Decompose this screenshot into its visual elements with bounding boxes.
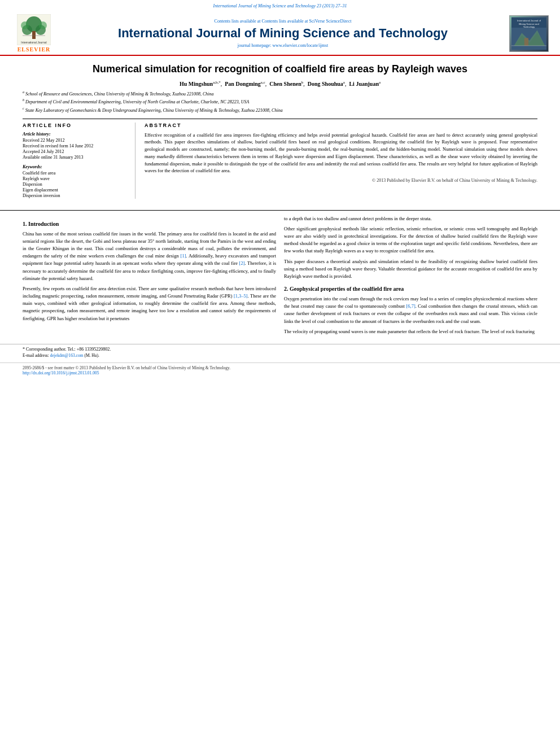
affiliation-a: a School of Resource and Geosciences, Ch… xyxy=(23,90,537,98)
elsevier-brand-text: ELSEVIER xyxy=(18,46,51,53)
sciverse-link[interactable]: Contents lists available at SciVerse Sci… xyxy=(262,19,352,24)
info-abstract-section: ARTICLE INFO Article history: Received 2… xyxy=(23,119,537,199)
keyword-4: Eigen displacement xyxy=(23,187,128,193)
journal-header: International Journal of Mining Science … xyxy=(0,0,560,56)
abstract-heading: ABSTRACT xyxy=(145,123,537,128)
page: International Journal of Mining Science … xyxy=(0,0,560,747)
svg-text:Mining Science and: Mining Science and xyxy=(519,22,539,25)
authors-line: Hu Mingshuna,b,*, Pan Dongminga,c, Chen … xyxy=(23,80,537,87)
left-column: 1. Introduction China has some of the mo… xyxy=(23,215,276,338)
ref-3: [1,3–5] xyxy=(234,293,248,299)
svg-rect-16 xyxy=(524,38,528,46)
keyword-1: Coalfield fire area xyxy=(23,171,128,176)
corresponding-author: * Corresponding author. Tel.: +86 133952… xyxy=(23,347,537,352)
svg-rect-4 xyxy=(32,31,36,39)
body-para-1: China has some of the most serious coalf… xyxy=(23,230,276,282)
body-content: 1. Introduction China has some of the mo… xyxy=(0,210,560,344)
body-para-sec2-1: Oxygen penetration into the coal seam th… xyxy=(284,295,537,325)
doi-url[interactable]: http://dx.doi.org/10.1016/j.ijmst.2013.0… xyxy=(23,370,99,375)
homepage-url[interactable]: www.elsevier.com/locate/ijmst xyxy=(273,43,329,48)
abstract-text: Effective recognition of a coalfield fir… xyxy=(145,132,537,175)
author-1: Hu Mingshun xyxy=(180,81,213,88)
header-main: International Journal ELSEVIER Contents … xyxy=(11,11,549,55)
keyword-2: Rayleigh wave xyxy=(23,176,128,181)
accepted-date: Accepted 24 July 2012 xyxy=(23,149,128,154)
author-4: Dong Shouhua xyxy=(308,81,343,88)
article-title: Numerical simulation for recognition of … xyxy=(23,63,537,76)
email-address[interactable]: dejekdm@163.com xyxy=(50,353,84,358)
right-column: to a depth that is too shallow and canno… xyxy=(284,215,537,338)
author-3: Chen Shenen xyxy=(269,81,301,88)
keyword-5: Dispersion inversion xyxy=(23,193,128,198)
author-2: Pan Dongming xyxy=(225,81,261,88)
body-para-right-2: Other significant geophysical methods li… xyxy=(284,225,537,255)
abstract-section: ABSTRACT Effective recognition of a coal… xyxy=(145,123,537,199)
copyright-line: © 2013 Published by Elsevier B.V. on beh… xyxy=(145,178,537,183)
history-label: Article history: xyxy=(23,132,128,137)
email-line: E-mail address: dejekdm@163.com (M. Hu). xyxy=(23,353,537,358)
keyword-3: Dispersion xyxy=(23,182,128,187)
affiliation-c: c State Key Laboratory of Geomechanics &… xyxy=(23,106,537,114)
svg-point-6 xyxy=(39,21,47,29)
journal-thumbnail: International Journal of Mining Science … xyxy=(509,15,549,52)
sciverse-line: Contents lists available at Contents lis… xyxy=(62,19,504,24)
journal-citation: International Journal of Mining Science … xyxy=(213,3,347,8)
ref-2: [2] xyxy=(239,260,245,266)
header-center: Contents lists available at Contents lis… xyxy=(62,19,504,48)
journal-homepage: journal homepage: www.elsevier.com/locat… xyxy=(62,43,504,48)
section1-heading: 1. Introduction xyxy=(23,220,276,228)
body-para-sec2-2: The velocity of propagating sound waves … xyxy=(284,328,537,335)
keywords-label: Keywords: xyxy=(23,164,128,169)
contents-label: Contents lists available at xyxy=(215,19,262,24)
article-area: Numerical simulation for recognition of … xyxy=(0,56,560,210)
keywords-section: Keywords: Coalfield fire area Rayleigh w… xyxy=(23,164,128,198)
received-date: Received 22 May 2012 xyxy=(23,138,128,143)
homepage-label: journal homepage: xyxy=(238,43,272,48)
journal-top-bar: International Journal of Mining Science … xyxy=(11,2,549,11)
journal-title: International Journal of Mining Science … xyxy=(62,26,504,41)
doi-line: http://dx.doi.org/10.1016/j.ijmst.2013.0… xyxy=(23,370,537,375)
affiliations: a School of Resource and Geosciences, Ch… xyxy=(23,90,537,114)
svg-text:International Journal of: International Journal of xyxy=(517,19,541,22)
body-para-right-3: This paper discusses a theoretical analy… xyxy=(284,258,537,281)
svg-point-5 xyxy=(21,21,29,29)
body-para-2: Presently, few reports on coalfield fire… xyxy=(23,285,276,322)
ref-6: [6,7] xyxy=(406,303,415,309)
body-para-right-1: to a depth that is too shallow and canno… xyxy=(284,215,537,222)
svg-text:International Journal: International Journal xyxy=(21,41,46,44)
article-info-heading: ARTICLE INFO xyxy=(23,123,128,128)
ref-1: [1] xyxy=(181,253,186,259)
email-note: (M. Hu). xyxy=(84,353,99,358)
thumbnail-image: International Journal of Mining Science … xyxy=(510,16,548,51)
section2-heading: 2. Geophysical properties of the coalfie… xyxy=(284,285,537,293)
elsevier-logo: International Journal ELSEVIER xyxy=(11,14,56,53)
elsevier-tree-icon: International Journal xyxy=(17,14,51,45)
svg-text:Technology: Technology xyxy=(523,25,536,28)
bottom-bar: 2095-2686/$ - see front matter © 2013 Pu… xyxy=(0,362,560,379)
article-info: ARTICLE INFO Article history: Received 2… xyxy=(23,123,135,199)
revised-date: Received in revised form 14 June 2012 xyxy=(23,143,128,148)
footnote-area: * Corresponding author. Tel.: +86 133952… xyxy=(0,344,560,362)
issn-line: 2095-2686/$ - see front matter © 2013 Pu… xyxy=(23,365,537,370)
affiliation-b: b Department of Civil and Environmental … xyxy=(23,98,537,106)
author-5: Li Juanjuan xyxy=(349,81,379,88)
available-date: Available online 31 January 2013 xyxy=(23,155,128,160)
email-label: E-mail address: xyxy=(23,353,49,358)
